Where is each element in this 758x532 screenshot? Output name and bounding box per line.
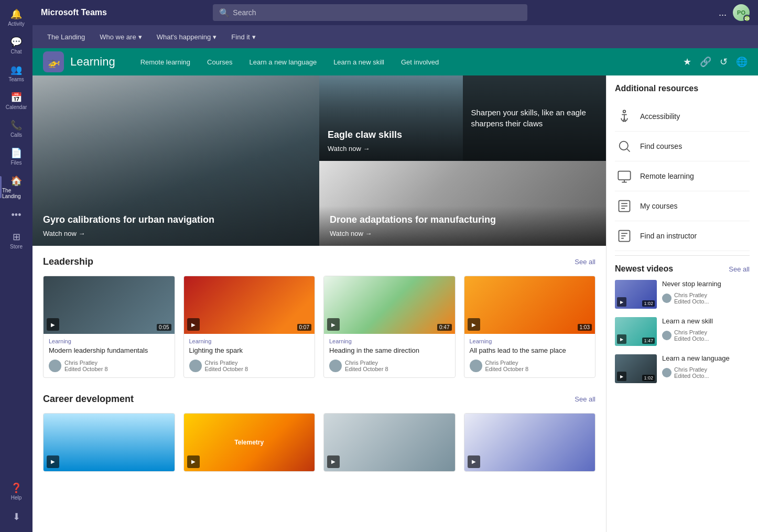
subnav-item-find-it[interactable]: Find it ▾ bbox=[225, 25, 262, 48]
play-button-3[interactable]: ▶ bbox=[327, 318, 340, 331]
learning-nav-involved[interactable]: Get involved bbox=[393, 48, 447, 75]
resource-remote-learning[interactable]: Remote learning bbox=[615, 161, 750, 191]
newest-play-2[interactable]: ▶ bbox=[617, 334, 626, 344]
career-play-3[interactable]: ▶ bbox=[327, 455, 340, 468]
hero-gyro-title: Gyro calibrations for urban navigation bbox=[43, 214, 309, 225]
link-icon[interactable]: 🔗 bbox=[700, 56, 711, 68]
career-play-2[interactable]: ▶ bbox=[187, 455, 200, 468]
avatar[interactable]: PO 20 bbox=[733, 4, 750, 21]
download-icon: ⬇ bbox=[13, 511, 20, 523]
career-cards: ▶ Telemetry ▶ bbox=[43, 413, 595, 472]
subnav-item-who-we-are[interactable]: Who we are ▾ bbox=[93, 25, 148, 48]
career-play-4[interactable]: ▶ bbox=[468, 455, 480, 468]
subnav-item-landing[interactable]: The Landing bbox=[41, 25, 91, 48]
learning-nav: Remote learning Courses Learn a new lang… bbox=[132, 48, 683, 75]
newest-play-3[interactable]: ▶ bbox=[617, 372, 626, 381]
newest-author-row-1: Chris Pratley Edited Octo... bbox=[662, 292, 750, 305]
video-info-3: Learning Heading in the same direction C… bbox=[324, 334, 455, 377]
career-card-1[interactable]: ▶ bbox=[43, 413, 175, 472]
author-info-1: Chris Pratley Edited October 8 bbox=[64, 360, 108, 372]
sidebar-item-activity[interactable]: 🔔 Activity bbox=[0, 4, 33, 31]
app-title: Microsoft Teams bbox=[41, 8, 107, 17]
sidebar-label-activity: Activity bbox=[8, 21, 25, 27]
newest-author-avatar-1 bbox=[662, 294, 672, 303]
search-bar[interactable]: 🔍 bbox=[213, 4, 527, 21]
hero-card-eagle[interactable]: Eagle claw skills Watch now → Sharpen yo… bbox=[319, 75, 606, 161]
sidebar-item-chat[interactable]: 💬 Chat bbox=[0, 32, 33, 59]
find-courses-icon bbox=[615, 137, 634, 156]
sidebar-item-the-landing[interactable]: 🏠 The Landing bbox=[0, 171, 33, 203]
resource-find-courses[interactable]: Find courses bbox=[615, 132, 750, 161]
play-button-2[interactable]: ▶ bbox=[187, 318, 200, 331]
sidebar-item-teams[interactable]: 👥 Teams bbox=[0, 60, 33, 86]
avatar-status-badge: 20 bbox=[743, 15, 751, 22]
career-thumb-4: ▶ bbox=[464, 414, 595, 471]
newest-play-1[interactable]: ▶ bbox=[617, 297, 626, 307]
learning-header: 🚁 Learning Remote learning Courses Learn… bbox=[33, 48, 758, 75]
video-category-3: Learning bbox=[329, 338, 450, 344]
leadership-see-all[interactable]: See all bbox=[575, 258, 595, 266]
newest-video-3[interactable]: ▶ 1:02 Learn a new language Chris Pratle… bbox=[615, 354, 750, 383]
star-icon[interactable]: ★ bbox=[683, 56, 691, 68]
video-card-1[interactable]: ▶ 0:05 Learning Modern leadership fundam… bbox=[43, 276, 175, 378]
teams-icon: 👥 bbox=[10, 64, 22, 75]
additional-resources: Additional resources Accessibility bbox=[607, 75, 758, 400]
globe-icon[interactable]: 🌐 bbox=[736, 56, 748, 68]
career-card-2[interactable]: Telemetry ▶ bbox=[183, 413, 316, 472]
video-card-4[interactable]: ▶ 1:03 Learning All paths lead to the sa… bbox=[464, 276, 596, 378]
sidebar-item-help[interactable]: ❓ Help bbox=[8, 478, 24, 505]
sidebar-item-download[interactable]: ⬇ bbox=[8, 507, 24, 528]
sidebar-item-calendar[interactable]: 📅 Calendar bbox=[0, 88, 33, 114]
learning-nav-courses[interactable]: Courses bbox=[199, 48, 241, 75]
career-card-3[interactable]: ▶ bbox=[323, 413, 456, 472]
learning-nav-remote[interactable]: Remote learning bbox=[132, 48, 199, 75]
hero-eagle-link[interactable]: Watch now → bbox=[328, 145, 454, 153]
career-play-1[interactable]: ▶ bbox=[47, 455, 59, 468]
sidebar: 🔔 Activity 💬 Chat 👥 Teams 📅 Calendar 📞 C… bbox=[0, 0, 33, 532]
play-button-1[interactable]: ▶ bbox=[47, 318, 59, 331]
learning-nav-skill[interactable]: Learn a new skill bbox=[325, 48, 393, 75]
career-card-4[interactable]: ▶ bbox=[464, 413, 596, 472]
learning-nav-language[interactable]: Learn a new language bbox=[241, 48, 325, 75]
sidebar-item-store[interactable]: ⊞ Store bbox=[0, 227, 33, 254]
sidebar-item-calls[interactable]: 📞 Calls bbox=[0, 115, 33, 142]
hero-section: Gyro calibrations for urban navigation W… bbox=[33, 75, 606, 246]
more-options-button[interactable]: ... bbox=[719, 7, 727, 18]
newest-see-all[interactable]: See all bbox=[729, 265, 750, 273]
video-title-4: All paths lead to the same place bbox=[470, 346, 590, 355]
hero-eagle-tagline: Sharpen your skills, like an eagle sharp… bbox=[463, 75, 607, 161]
search-input[interactable] bbox=[233, 8, 521, 17]
author-avatar-1 bbox=[49, 360, 61, 372]
resource-find-instructor[interactable]: Find an instructor bbox=[615, 221, 750, 251]
right-sidebar: Additional resources Accessibility bbox=[606, 75, 758, 532]
video-thumb-bg-1 bbox=[44, 276, 175, 334]
video-thumb-2: ▶ 0:07 bbox=[184, 276, 315, 334]
sidebar-item-files[interactable]: 📄 Files bbox=[0, 143, 33, 170]
hero-gyro-link[interactable]: Watch now → bbox=[43, 230, 309, 237]
resource-my-courses[interactable]: My courses bbox=[615, 191, 750, 221]
video-card-2[interactable]: ▶ 0:07 Learning Lighting the spark Chris… bbox=[183, 276, 316, 378]
remote-learning-icon bbox=[615, 167, 634, 186]
refresh-icon[interactable]: ↺ bbox=[720, 56, 728, 68]
hero-card-gyro[interactable]: Gyro calibrations for urban navigation W… bbox=[33, 75, 319, 246]
video-card-3[interactable]: ▶ 0:47 Learning Heading in the same dire… bbox=[323, 276, 456, 378]
career-see-all[interactable]: See all bbox=[575, 395, 595, 403]
sidebar-bottom: ❓ Help ⬇ bbox=[8, 478, 24, 532]
resource-label-find-courses: Find courses bbox=[640, 142, 682, 150]
newest-video-1[interactable]: ▶ 1:02 Never stop learning Chris Pratley… bbox=[615, 280, 750, 309]
subnav-item-whats-happening[interactable]: What's happening ▾ bbox=[150, 25, 223, 48]
video-thumb-1: ▶ 0:05 bbox=[44, 276, 175, 334]
topbar-right: ... PO 20 bbox=[719, 4, 750, 21]
hero-gyro-overlay: Gyro calibrations for urban navigation W… bbox=[33, 75, 319, 246]
newest-video-2[interactable]: ▶ 1:47 Learn a new skill Chris Pratley E… bbox=[615, 317, 750, 346]
video-author-1: Chris Pratley Edited October 8 bbox=[49, 360, 169, 372]
hero-drone-link[interactable]: Watch now → bbox=[330, 230, 595, 237]
sidebar-more-button[interactable]: ••• bbox=[6, 204, 27, 226]
play-button-4[interactable]: ▶ bbox=[468, 318, 480, 331]
video-title-3: Heading in the same direction bbox=[329, 346, 450, 355]
duration-badge-4: 1:03 bbox=[578, 324, 592, 331]
sidebar-label-calendar: Calendar bbox=[6, 104, 27, 110]
resource-accessibility[interactable]: Accessibility bbox=[615, 102, 750, 132]
author-avatar-3 bbox=[329, 360, 342, 372]
hero-card-drone[interactable]: Drone adaptations for manufacturing Watc… bbox=[319, 161, 606, 246]
